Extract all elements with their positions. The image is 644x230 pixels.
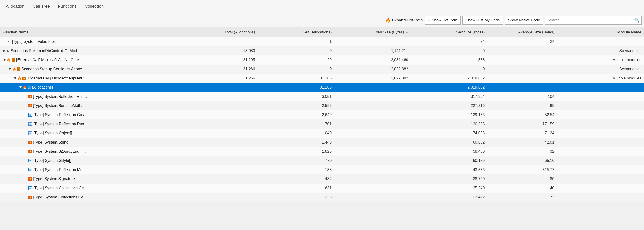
fn-cell: m[Type] System.ValueTuple	[0, 37, 181, 46]
self-alloc-cell: 1	[258, 37, 334, 46]
self-alloc-cell: 31,266	[258, 83, 334, 92]
table-row[interactable]: ❖[Type] System.Collections.Ge...32623,47…	[0, 193, 644, 202]
table-header-row: Function Name Total (Allocations) Self (…	[0, 27, 644, 37]
module-cell	[557, 193, 644, 202]
fn-cell: 🔥↪[External Call] Microsoft.AspNetCore..…	[0, 55, 181, 64]
table-row[interactable]: ❖[Type] System.SZArrayEnum...1,82558,400…	[0, 147, 644, 156]
module-cell	[557, 147, 644, 156]
hot-path-flame-icon: 🔥	[23, 85, 27, 89]
tab-functions[interactable]: Functions	[54, 0, 81, 13]
table-row[interactable]: m[Type] System.ValueTuple12424	[0, 37, 644, 46]
self-alloc-cell: 326	[258, 193, 334, 202]
self-alloc-cell: 29	[258, 55, 334, 64]
self-alloc-cell: 1,825	[258, 147, 334, 156]
total-size-cell: 2,029,882	[334, 74, 411, 83]
col-header-self-size[interactable]: Self Size (Bytes)	[410, 27, 487, 37]
self-alloc-cell: 631	[258, 184, 334, 193]
module-cell: Multiple modules	[557, 74, 644, 83]
table-row[interactable]: ▶Scenarios.PokemonDbContext.OnMod...18,0…	[0, 46, 644, 55]
table-row[interactable]: m[Type] System.SByte[]77050,17665.16	[0, 156, 644, 165]
total-alloc-cell: 31,295	[181, 55, 258, 64]
table-row[interactable]: m[Type] System.Reflection.Run...701120,2…	[0, 119, 644, 129]
fn-cell: ❖[Type] System.Signature	[0, 174, 181, 184]
fn-cell: m[Type] System.Reflection.Me...	[0, 165, 181, 174]
hot-path-flame-icon: 🔥	[17, 76, 22, 80]
table-row[interactable]: ❖[Type] System.Reflection.Run...3,051317…	[0, 92, 644, 101]
main-table: Function Name Total (Allocations) Self (…	[0, 27, 644, 202]
fn-name: [External Call] Microsoft.AspNetC...	[27, 76, 87, 80]
total-size-cell	[334, 147, 411, 156]
tab-allocation[interactable]: Allocation	[2, 0, 29, 13]
fn-name: [Type] System.ValueTuple	[12, 39, 57, 44]
col-header-total-size[interactable]: Total Size (Bytes) ▼	[334, 27, 411, 37]
self-alloc-cell: 2,582	[258, 101, 334, 110]
total-alloc-cell	[181, 165, 258, 174]
fn-name: [External Call] Microsoft.AspNetCore....	[16, 58, 83, 62]
table-row[interactable]: ❖[Type] System.String1,44860,83242.01	[0, 138, 644, 147]
table-row[interactable]: m[Type] System.Reflection.Cus...2,649139…	[0, 110, 644, 119]
avg-size-cell: 52.54	[487, 110, 557, 119]
avg-size-cell: 40	[487, 184, 557, 193]
self-size-cell: 1,578	[410, 55, 487, 64]
show-hot-path-button[interactable]: ↪ Show Hot Path	[424, 16, 460, 24]
show-just-my-code-button[interactable]: Show Just My Code	[462, 16, 503, 24]
avg-size-cell: 65.16	[487, 156, 557, 165]
total-alloc-cell	[181, 83, 258, 92]
fn-name: Scenarios.Startup.Configure.Anony...	[22, 67, 85, 71]
fn-cell: 🔥↪[External Call] Microsoft.AspNetC...	[0, 74, 181, 83]
table-row[interactable]: 🔥↪[External Call] Microsoft.AspNetC...31…	[0, 74, 644, 83]
total-size-cell	[334, 37, 411, 46]
module-cell	[557, 110, 644, 119]
col-header-total-alloc[interactable]: Total (Allocations)	[181, 27, 258, 37]
search-input[interactable]	[547, 18, 634, 22]
tab-collection[interactable]: Collection	[81, 0, 108, 13]
module-cell	[557, 156, 644, 165]
table-row[interactable]: m[Type] System.Reflection.Me...13843,576…	[0, 165, 644, 174]
module-cell	[557, 184, 644, 193]
fn-cell: ❖[Type] System.Reflection.Run...	[0, 92, 181, 101]
fn-name: Scenarios.PokemonDbContext.OnMod...	[10, 49, 80, 53]
col-header-self-alloc[interactable]: Self (Allocations)	[258, 27, 334, 37]
self-size-cell: 50,176	[410, 156, 487, 165]
tab-call-tree[interactable]: Call Tree	[29, 0, 54, 13]
col-header-avg-size[interactable]: Average Size (Bytes)	[487, 27, 557, 37]
self-size-cell: 24	[410, 37, 487, 46]
module-cell	[557, 165, 644, 174]
fn-name: [Type] System.Reflection.Run...	[33, 122, 87, 126]
table-row[interactable]: m[Type] System.Object[]1,04074,08871.24	[0, 129, 644, 138]
fn-cell: ❖[Type] System.SZArrayEnum...	[0, 147, 181, 156]
search-box[interactable]: 🔍	[545, 16, 642, 24]
show-native-code-button[interactable]: Show Native Code	[505, 16, 543, 24]
expand-hot-path-label: 🔥 Expand Hot Path	[386, 17, 423, 23]
total-size-cell	[334, 174, 411, 184]
total-alloc-cell	[181, 156, 258, 165]
total-alloc-cell	[181, 174, 258, 184]
table-row[interactable]: ❖[Type] System.Signature48438,72080	[0, 174, 644, 184]
total-alloc-cell: 31,266	[181, 64, 258, 74]
table-row[interactable]: 🔥△[Allocations]31,2662,029,882	[0, 83, 644, 92]
col-header-fn[interactable]: Function Name	[0, 27, 181, 37]
toolbar: 🔥 Expand Hot Path ↪ Show Hot Path Show J…	[0, 13, 644, 27]
total-alloc-cell	[181, 138, 258, 147]
table-row[interactable]: ❖[Type] System.RuntimeMeth...2,582227,21…	[0, 101, 644, 110]
total-size-cell	[334, 193, 411, 202]
table-row[interactable]: 🔥↪[External Call] Microsoft.AspNetCore..…	[0, 55, 644, 64]
module-cell	[557, 129, 644, 138]
total-size-cell: 2,031,460	[334, 55, 411, 64]
table-row[interactable]: m[Type] System.Collections.Ge...63125,24…	[0, 184, 644, 193]
total-alloc-cell	[181, 129, 258, 138]
sort-arrow-icon: ▼	[406, 31, 408, 34]
col-header-module[interactable]: Module Name	[557, 27, 644, 37]
fn-cell: 🔥↪Scenarios.Startup.Configure.Anony...	[0, 64, 181, 74]
fn-name: [Type] System.Collections.Ge...	[33, 195, 86, 200]
avg-size-cell: 72	[487, 193, 557, 202]
self-size-cell: 317,304	[410, 92, 487, 101]
avg-size-cell: 24	[487, 37, 557, 46]
fn-name: [Type] System.String	[33, 140, 68, 145]
total-alloc-cell	[181, 184, 258, 193]
fn-name: [Type] System.Object[]	[33, 131, 72, 135]
avg-size-cell	[487, 55, 557, 64]
total-size-cell: 1,141,211	[334, 46, 411, 55]
table-row[interactable]: 🔥↪Scenarios.Startup.Configure.Anony...31…	[0, 64, 644, 74]
module-cell	[557, 174, 644, 184]
